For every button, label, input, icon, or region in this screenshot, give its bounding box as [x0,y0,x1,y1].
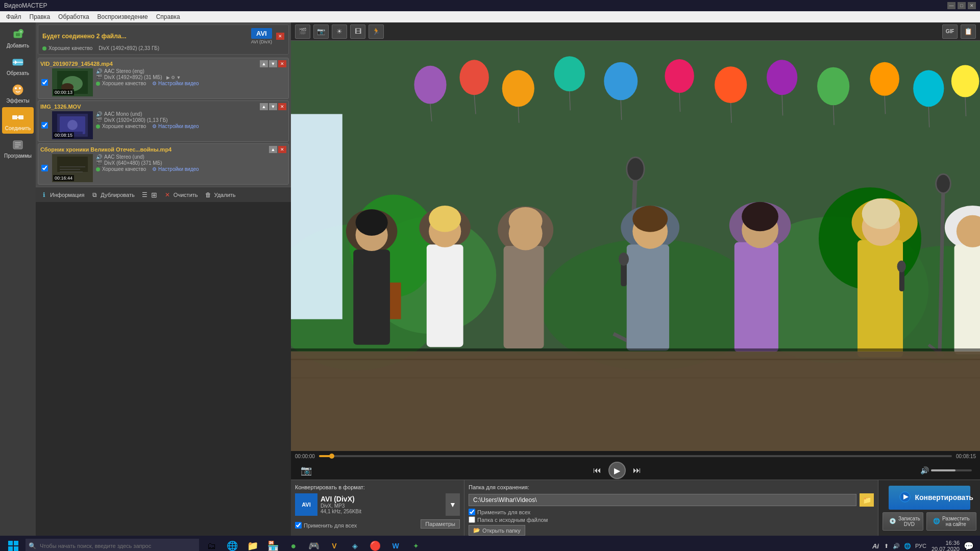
sidebar-item-effects[interactable]: Эффекты [2,80,34,106]
file-item-1[interactable]: VID_20190729_145428.mp4 ▲ ▼ ✕ [38,58,289,99]
menu-edit[interactable]: Правка [26,12,55,21]
file1-down-button[interactable]: ▼ [269,60,277,67]
seek-track[interactable] [319,455,952,457]
sidebar-item-trim[interactable]: Обрезать [2,52,34,79]
merge-icon [11,110,25,124]
gif-button[interactable]: GIF [942,24,958,39]
file-item-2[interactable]: IMG_1326.MOV ▲ ▼ ✕ [38,101,289,142]
format-dropdown-button[interactable]: ▼ [446,493,460,516]
apply-all-checkbox[interactable] [295,522,302,529]
file-item-3[interactable]: Сборник хроники Великой Отечес...войны.m… [38,143,289,185]
file3-settings-link[interactable]: ⚙ Настройки видео [152,166,199,172]
filter-tool-button[interactable]: 🎞 [350,24,365,39]
clipboard-button[interactable]: 📋 [961,24,976,39]
play-button[interactable]: ▶ [608,462,626,479]
task-steam-button[interactable]: 🎮 [304,537,324,551]
sidebar-item-add[interactable]: + Добавить [2,24,34,51]
taskbar-search-input[interactable] [26,539,199,551]
svg-point-9 [19,87,21,89]
place-label: Разместить на сайте [942,516,970,527]
tray-up-arrow[interactable]: ⬆ [883,543,890,549]
info-button[interactable]: ℹ Информация [40,191,84,199]
output-section: Папка для сохранения: 📁 Применить для вс… [464,480,878,536]
menu-process[interactable]: Обработка [54,12,93,21]
file3-up-button[interactable]: ▲ [269,146,277,153]
file2-settings-link[interactable]: ⚙ Настройки видео [152,123,199,129]
output-apply-all-label: Применить для всех [477,509,530,515]
file2-up-button[interactable]: ▲ [260,103,268,110]
file1-settings-link[interactable]: ⚙ Настройки видео [152,81,199,86]
snapshot-tool-button[interactable]: 📷 [313,24,329,39]
combined-close-button[interactable]: ✕ [276,33,284,40]
minimize-button[interactable]: — [947,2,955,9]
file1-close-button[interactable]: ✕ [278,60,286,67]
motion-tool-button[interactable]: 🏃 [369,24,384,39]
task-manager-button[interactable]: 🗂 [202,537,222,551]
browse-folder-button[interactable]: 📁 [860,493,874,507]
task-video-button[interactable]: V [325,537,344,551]
volume-track[interactable] [931,469,972,471]
clear-button[interactable]: ✕ Очистить [163,191,198,199]
info-label: Информация [50,192,84,198]
search-icon-taskbar: 🔍 [29,542,36,549]
file3-checkbox[interactable] [41,165,48,171]
tray-language[interactable]: РУС [914,543,927,549]
file1-quality-row: Хорошее качество ⚙ Настройки видео [96,81,286,86]
tray-volume[interactable]: 🔊 [892,543,901,549]
task-app1-button[interactable]: ◈ [345,537,364,551]
dvd-button[interactable]: 💿 Записать DVD [883,512,923,531]
combined-format-badge: AVI AVI (DivX) [251,28,272,44]
view-toggle[interactable]: ☰ ⊞ [141,191,157,199]
output-source-folder-checkbox[interactable] [469,516,475,523]
file1-header: VID_20190729_145428.mp4 ▲ ▼ ✕ [40,60,286,67]
convert-icon [899,491,911,505]
task-explorer-button[interactable]: 📁 [243,537,262,551]
place-button[interactable]: 🌐 Разместить на сайте [926,512,976,531]
task-chrome-button[interactable]: ● [284,537,303,551]
file2-down-button[interactable]: ▼ [269,103,277,110]
clock-time: 16:36 [932,540,960,546]
file2-close-button[interactable]: ✕ [278,103,286,110]
video-icon: 🎬 [96,74,102,80]
brightness-tool-button[interactable]: ☀ [332,24,347,39]
task-app2-button[interactable]: 🔴 [365,537,385,551]
svg-point-53 [665,59,694,93]
snapshot-button[interactable]: 📷 [299,463,313,478]
file1-checkbox[interactable] [41,79,48,86]
convert-button[interactable]: Конвертировать [889,486,970,510]
duplicate-icon: ⧉ [90,191,99,199]
preview-tools-left: 🎬 📷 ☀ 🎞 🏃 [295,24,384,39]
file1-up-button[interactable]: ▲ [260,60,268,67]
svg-rect-89 [627,244,669,350]
close-button[interactable]: ✕ [968,2,976,9]
maximize-button[interactable]: □ [958,2,966,9]
file2-checkbox[interactable] [41,122,48,129]
duplicate-button[interactable]: ⧉ Дублировать [90,191,134,199]
sidebar-item-programs[interactable]: Программы [2,135,34,161]
prev-button[interactable]: ⏮ [590,463,604,478]
delete-button[interactable]: 🗑 Удалить [204,191,236,199]
task-word-button[interactable]: W [386,537,405,551]
task-app3-button[interactable]: ✦ [406,537,426,551]
output-apply-all-checkbox[interactable] [469,509,475,515]
task-edge-button[interactable]: 🌐 [223,537,242,551]
start-button[interactable] [2,537,24,551]
svg-point-83 [429,206,461,232]
params-button[interactable]: Параметры [421,519,460,529]
menu-help[interactable]: Справка [152,12,184,21]
svg-text:+: + [20,30,22,34]
effects-icon [11,83,25,97]
menu-playback[interactable]: Воспроизведение [93,12,152,21]
open-folder-button[interactable]: 📂 Открыть папку [469,525,525,536]
tray-network[interactable]: 🌐 [903,543,912,549]
file3-close-button[interactable]: ✕ [278,146,286,153]
notification-icon[interactable]: 💬 [964,541,974,551]
svg-point-79 [356,209,388,236]
sidebar-item-merge[interactable]: Соединить [2,107,34,134]
next-button[interactable]: ⏭ [630,463,644,478]
task-store-button[interactable]: 🏪 [263,537,283,551]
video-tool-button[interactable]: 🎬 [295,24,310,39]
menu-file[interactable]: Файл [2,12,26,21]
clock[interactable]: 16:36 20.07.2020 [932,540,960,551]
output-path-input[interactable] [469,494,856,506]
